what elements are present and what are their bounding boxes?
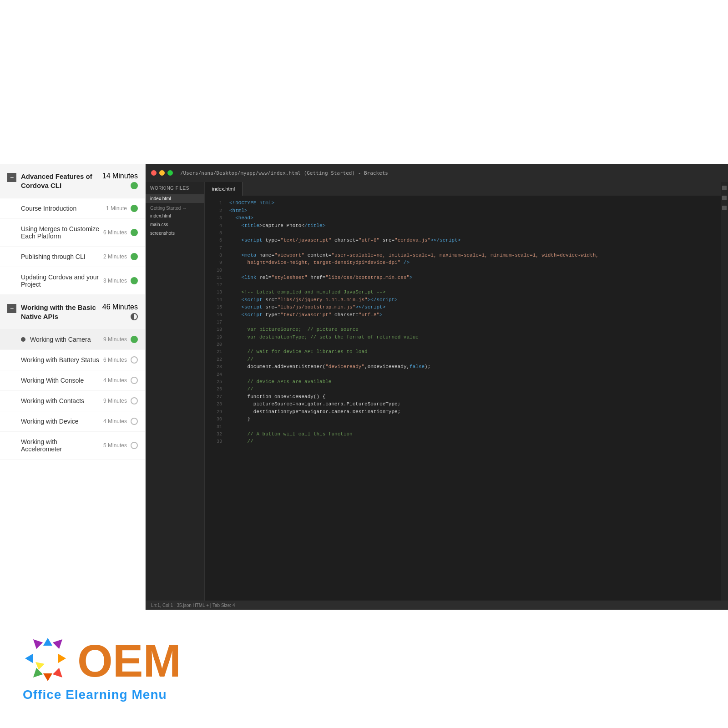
lesson-item[interactable]: Updating Cordova and your Project3 Minut… [0, 267, 145, 295]
line-content: <html> [229, 207, 717, 215]
line-number: 33 [208, 438, 222, 445]
code-area[interactable]: 1<!DOCTYPE html>2<html>3 <head>4 <title>… [205, 196, 721, 601]
lesson-status-dot [131, 397, 138, 404]
section-header-advanced-features[interactable]: −Advanced Features of Cordova CLI14 Minu… [0, 164, 145, 198]
code-line: 3 <head> [205, 214, 721, 222]
editor-panel: /Users/nana/Desktop/myapp/www/index.html… [146, 164, 728, 610]
traffic-lights [151, 170, 173, 176]
section-meta: 14 Minutes [102, 172, 138, 189]
top-whitespace [0, 0, 728, 164]
maximize-button[interactable] [167, 170, 173, 176]
code-line: 2<html> [205, 207, 721, 215]
line-number: 6 [208, 237, 222, 244]
section-minutes: 14 Minutes [102, 172, 138, 180]
lesson-item[interactable]: Working with Accelerometer5 Minutes [0, 432, 145, 460]
code-line: 33 // [205, 438, 721, 445]
line-number: 21 [208, 348, 222, 355]
code-line: 20 [205, 341, 721, 348]
line-number: 20 [208, 341, 222, 348]
lesson-minutes: 6 Minutes [103, 357, 127, 363]
statusbar-text: Ln:1, Col:1 | 35.json HTML + | Tab Size:… [151, 603, 235, 608]
code-line: 27 function onDeviceReady() { [205, 393, 721, 401]
line-content: function onDeviceReady() { [229, 393, 717, 401]
lesson-item[interactable]: Working with Battery Status6 Minutes [0, 350, 145, 370]
lesson-item[interactable]: Working With Console4 Minutes [0, 370, 145, 391]
lesson-status-dot [131, 205, 138, 212]
lesson-item[interactable]: Working with Camera9 Minutes [0, 329, 145, 350]
line-number: 29 [208, 408, 222, 415]
section-minutes: 46 Minutes [102, 303, 138, 311]
lesson-item[interactable]: Using Merges to Customize Each Platform6… [0, 219, 145, 247]
gutter-icon-2[interactable] [722, 196, 727, 200]
svg-marker-7 [25, 654, 33, 663]
code-line: 18 var pictureSource; // picture source [205, 326, 721, 334]
code-line: 7 [205, 244, 721, 252]
line-number: 3 [208, 214, 222, 222]
lesson-item[interactable]: Publishing through CLI2 Minutes [0, 247, 145, 267]
line-content: <script type="text/javascript" charset="… [229, 311, 717, 319]
line-content: <link rel="stylesheet" href="libs/css/bo… [229, 274, 717, 282]
minimize-button[interactable] [159, 170, 165, 176]
svg-marker-4 [53, 668, 66, 681]
lesson-name: Working With Console [21, 377, 100, 384]
line-content: // [229, 356, 717, 364]
lesson-name: Working with Camera [30, 336, 100, 343]
code-line: 28 pictureSource=navigator.camera.Pictur… [205, 400, 721, 408]
line-number: 30 [208, 415, 222, 423]
line-number: 19 [208, 334, 222, 341]
code-line: 30 } [205, 415, 721, 423]
code-line: 12 [205, 281, 721, 288]
close-button[interactable] [151, 170, 157, 176]
code-line: 1<!DOCTYPE html> [205, 199, 721, 207]
lesson-status-dot [131, 336, 138, 343]
file-item-index2[interactable]: index.html [146, 212, 204, 220]
bottom-logo-area: OEM Office Elearning Menu [0, 610, 728, 728]
lesson-status-dot [131, 442, 138, 449]
svg-marker-0 [30, 636, 43, 649]
code-line: 25 // device APIs are available [205, 378, 721, 386]
lesson-status-dot [131, 377, 138, 384]
line-number: 8 [208, 252, 222, 259]
code-line: 5 [205, 229, 721, 237]
lesson-name: Using Merges to Customize Each Platform [21, 225, 100, 240]
line-number: 13 [208, 288, 222, 296]
lesson-minutes: 4 Minutes [103, 377, 127, 384]
tab-index-html[interactable]: index.html [205, 182, 243, 196]
code-line: 23 document.addEventListener("deviceread… [205, 363, 721, 371]
file-item-index[interactable]: index.html [146, 194, 204, 203]
lesson-minutes: 9 Minutes [103, 398, 127, 404]
lesson-name: Working with Battery Status [21, 356, 100, 364]
code-line: 21 // Wait for device API libraries to l… [205, 348, 721, 356]
lesson-name: Updating Cordova and your Project [21, 273, 100, 288]
code-line: 24 [205, 371, 721, 378]
line-content: var destinationType; // sets the format … [229, 334, 717, 341]
line-number: 7 [208, 244, 222, 252]
file-item-screenshots[interactable]: screenshots [146, 229, 204, 238]
file-item-main-css[interactable]: main.css [146, 220, 204, 229]
line-content: } [229, 415, 717, 423]
line-number: 4 [208, 222, 222, 229]
right-gutter [721, 182, 728, 601]
lesson-item[interactable]: Course Introduction1 Minute [0, 198, 145, 219]
lesson-active-indicator [21, 337, 25, 342]
lesson-item[interactable]: Working with Contacts9 Minutes [0, 391, 145, 411]
oem-icon-svg [23, 636, 73, 686]
lesson-name: Working with Device [21, 418, 100, 425]
lesson-name: Publishing through CLI [21, 253, 100, 260]
code-line: 13 <!-- Latest compiled and minified Jav… [205, 288, 721, 296]
code-line: 16 <script type="text/javascript" charse… [205, 311, 721, 319]
code-line: 17 [205, 318, 721, 326]
section-header-basic-native-apis[interactable]: −Working with the Basic Native APIs46 Mi… [0, 295, 145, 329]
lesson-item[interactable]: Working with Device4 Minutes [0, 411, 145, 432]
code-line: 31 [205, 423, 721, 430]
code-line: 6 <script type="text/javascript" charset… [205, 237, 721, 244]
line-number: 1 [208, 199, 222, 207]
oem-brand-text: OEM [77, 638, 181, 683]
line-content: <script type="text/javascript" charset="… [229, 237, 717, 244]
gutter-icon-1[interactable] [722, 186, 727, 190]
code-line: 32 // A button will call this function [205, 430, 721, 438]
section-status-dot [131, 182, 138, 189]
line-number: 24 [208, 371, 222, 378]
gutter-icon-3[interactable] [722, 206, 727, 210]
line-number: 26 [208, 385, 222, 393]
